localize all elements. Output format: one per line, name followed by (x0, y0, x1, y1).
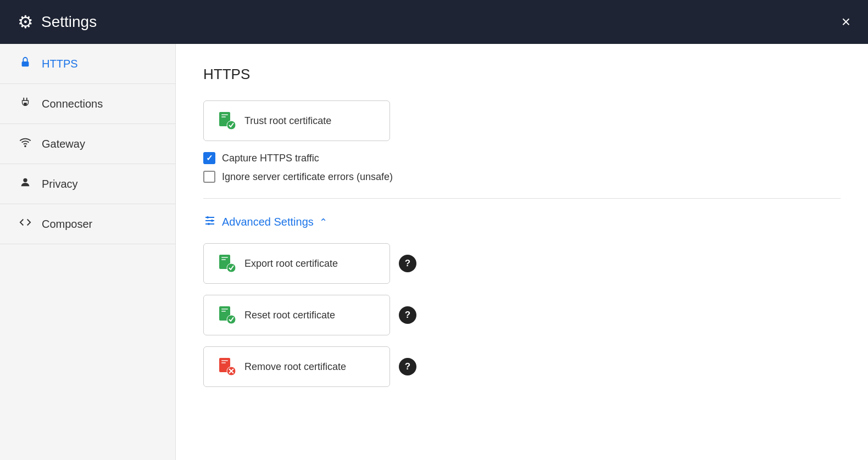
svg-rect-7 (221, 114, 228, 115)
checkmark-icon: ✓ (206, 153, 213, 163)
lock-icon (18, 56, 33, 71)
body: HTTPS Connections (0, 44, 868, 460)
svg-rect-26 (221, 362, 226, 363)
ignore-errors-label: Ignore server certificate errors (unsafe… (222, 171, 393, 183)
capture-https-checkbox[interactable]: ✓ (203, 152, 215, 164)
sidebar-item-privacy[interactable]: Privacy (0, 164, 175, 204)
svg-point-14 (211, 220, 213, 222)
trust-root-certificate-label: Trust root certificate (244, 115, 331, 127)
svg-rect-8 (221, 116, 226, 117)
person-icon (18, 176, 33, 192)
sliders-icon (203, 214, 216, 230)
section-divider (203, 198, 841, 199)
reset-root-certificate-button[interactable]: Reset root certificate (203, 295, 390, 335)
cert-green-icon (217, 111, 237, 131)
app-window: ⚙ Settings × HTTPS (0, 0, 868, 460)
sidebar-label-gateway: Gateway (42, 138, 85, 150)
advanced-settings-toggle[interactable]: Advanced Settings ⌃ (203, 214, 841, 230)
reset-help-button[interactable]: ? (399, 306, 416, 324)
sidebar-label-privacy: Privacy (42, 178, 78, 190)
remove-root-certificate-label: Remove root certificate (244, 361, 346, 373)
export-root-certificate-button[interactable]: Export root certificate (203, 243, 390, 284)
ignore-errors-row: Ignore server certificate errors (unsafe… (203, 171, 841, 183)
svg-rect-0 (22, 61, 29, 66)
export-help-icon: ? (405, 258, 410, 269)
sidebar-label-composer: Composer (42, 218, 92, 231)
svg-rect-21 (221, 308, 228, 310)
reset-root-certificate-label: Reset root certificate (244, 310, 335, 321)
sidebar-item-connections[interactable]: Connections (0, 84, 175, 124)
wifi-icon (18, 136, 33, 152)
plug-icon (18, 96, 33, 111)
sidebar-item-https[interactable]: HTTPS (0, 44, 175, 84)
ignore-errors-checkbox[interactable] (203, 171, 215, 183)
app-title: Settings (41, 13, 97, 31)
svg-rect-22 (221, 311, 226, 312)
remove-help-button[interactable]: ? (399, 358, 416, 375)
export-cert-icon (217, 254, 237, 273)
trust-root-certificate-button[interactable]: Trust root certificate (203, 100, 390, 141)
remove-cert-row: Remove root certificate ? (203, 346, 841, 387)
sidebar-label-connections: Connections (42, 98, 103, 110)
svg-point-13 (207, 216, 209, 218)
reset-cert-row: Reset root certificate ? (203, 295, 841, 335)
remove-cert-icon (217, 357, 237, 377)
svg-point-15 (208, 223, 210, 225)
chevron-up-icon: ⌃ (319, 216, 327, 228)
reset-help-icon: ? (405, 310, 410, 321)
export-help-button[interactable]: ? (399, 255, 416, 272)
svg-rect-3 (26, 98, 27, 101)
svg-rect-17 (221, 257, 228, 258)
svg-rect-25 (221, 360, 228, 361)
sidebar-item-gateway[interactable]: Gateway (0, 124, 175, 164)
remove-root-certificate-button[interactable]: Remove root certificate (203, 346, 390, 387)
close-button[interactable]: × (842, 14, 850, 30)
sidebar-item-composer[interactable]: Composer (0, 204, 175, 244)
capture-https-row: ✓ Capture HTTPS traffic (203, 152, 841, 164)
page-title: HTTPS (203, 66, 841, 83)
svg-rect-18 (221, 259, 226, 260)
sidebar: HTTPS Connections (0, 44, 176, 460)
export-root-certificate-label: Export root certificate (244, 258, 338, 270)
sidebar-label-https: HTTPS (42, 58, 78, 70)
gear-icon: ⚙ (18, 12, 34, 32)
export-cert-row: Export root certificate ? (203, 243, 841, 284)
svg-rect-2 (23, 98, 24, 101)
advanced-settings-label: Advanced Settings (222, 216, 314, 228)
code-icon (18, 216, 33, 232)
reset-cert-icon (217, 305, 237, 325)
main-content: HTTPS Trust root certificate ✓ Capture H… (176, 44, 868, 460)
capture-https-label: Capture HTTPS traffic (222, 153, 319, 164)
svg-point-5 (23, 178, 27, 182)
header-left: ⚙ Settings (18, 12, 97, 32)
svg-point-4 (25, 145, 26, 147)
remove-help-icon: ? (405, 361, 410, 372)
header: ⚙ Settings × (0, 0, 868, 44)
